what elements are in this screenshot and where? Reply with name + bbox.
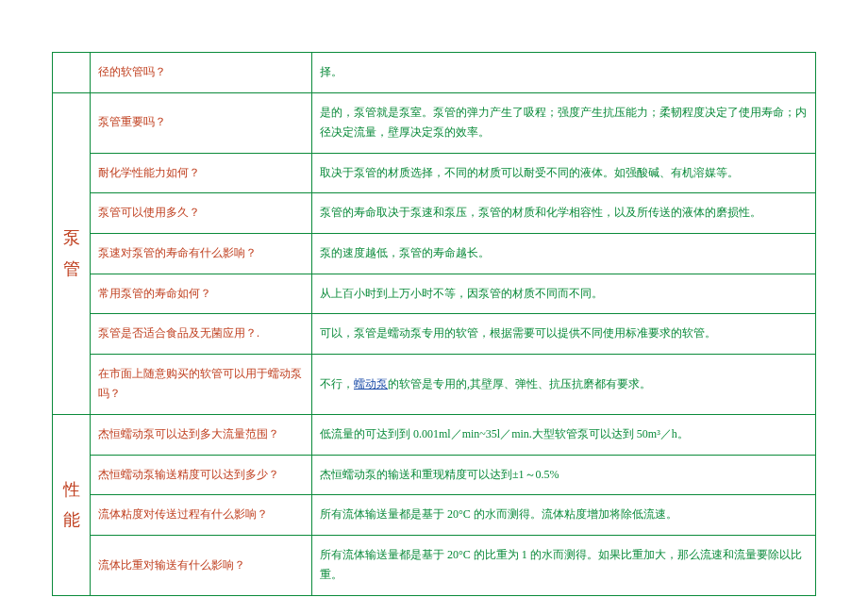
category-cell: 泵管 [53, 92, 91, 414]
question-cell: 在市面上随意购买的软管可以用于蠕动泵吗？ [91, 354, 312, 414]
faq-table: 径的软管吗？择。泵管泵管重要吗？是的，泵管就是泵室。泵管的弹力产生了吸程；强度产… [52, 52, 816, 596]
answer-cell: 取决于泵管的材质选择，不同的材质可以耐受不同的液体。如强酸碱、有机溶媒等。 [312, 153, 816, 193]
question-cell: 耐化学性能力如何？ [91, 153, 312, 193]
answer-link[interactable]: 蠕动泵 [354, 377, 388, 390]
table-row: 杰恒蠕动泵输送精度可以达到多少？杰恒蠕动泵的输送和重现精度可以达到±1～0.5% [53, 455, 816, 495]
answer-cell: 泵的速度越低，泵管的寿命越长。 [312, 233, 816, 274]
answer-cell: 不行，蠕动泵的软管是专用的,其壁厚、弹性、抗压抗磨都有要求。 [312, 354, 816, 414]
table-row: 流体粘度对传送过程有什么影响？所有流体输送量都是基于 20°C 的水而测得。流体… [53, 495, 816, 536]
table-row: 耐化学性能力如何？取决于泵管的材质选择，不同的材质可以耐受不同的液体。如强酸碱、… [53, 153, 816, 193]
answer-cell: 杰恒蠕动泵的输送和重现精度可以达到±1～0.5% [312, 455, 816, 495]
answer-cell: 所有流体输送量都是基于 20°C 的水而测得。流体粘度增加将除低流速。 [312, 495, 816, 536]
question-cell: 流体比重对输送有什么影响？ [91, 535, 312, 595]
answer-cell: 择。 [312, 53, 816, 93]
answer-cell: 所有流体输送量都是基于 20°C 的比重为 1 的水而测得。如果比重加大，那么流… [312, 535, 816, 595]
answer-cell: 泵管的寿命取决于泵速和泵压，泵管的材质和化学相容性，以及所传送的液体的磨损性。 [312, 193, 816, 234]
question-cell: 泵管是否适合食品及无菌应用？. [91, 314, 312, 355]
table-row: 泵管泵管重要吗？是的，泵管就是泵室。泵管的弹力产生了吸程；强度产生抗压能力；柔韧… [53, 92, 816, 153]
question-cell: 泵管可以使用多久？ [91, 193, 312, 234]
table-row: 流体比重对输送有什么影响？所有流体输送量都是基于 20°C 的比重为 1 的水而… [53, 535, 816, 595]
answer-cell: 从上百小时到上万小时不等，因泵管的材质不同而不同。 [312, 274, 816, 314]
question-cell: 泵速对泵管的寿命有什么影响？ [91, 233, 312, 274]
table-row: 常用泵管的寿命如何？从上百小时到上万小时不等，因泵管的材质不同而不同。 [53, 274, 816, 314]
table-row: 性能杰恒蠕动泵可以达到多大流量范围？低流量的可达到到 0.001ml／min~3… [53, 414, 816, 455]
question-cell: 杰恒蠕动泵可以达到多大流量范围？ [91, 414, 312, 455]
answer-text: 的软管是专用的,其壁厚、弹性、抗压抗磨都有要求。 [388, 377, 651, 390]
answer-cell: 是的，泵管就是泵室。泵管的弹力产生了吸程；强度产生抗压能力；柔韧程度决定了使用寿… [312, 92, 816, 153]
question-cell: 径的软管吗？ [91, 53, 312, 93]
answer-cell: 低流量的可达到到 0.001ml／min~35l／min.大型软管泵可以达到 5… [312, 414, 816, 455]
answer-cell: 可以，泵管是蠕动泵专用的软管，根据需要可以提供不同使用标准要求的软管。 [312, 314, 816, 355]
question-cell: 常用泵管的寿命如何？ [91, 274, 312, 314]
question-cell: 流体粘度对传送过程有什么影响？ [91, 495, 312, 536]
question-cell: 泵管重要吗？ [91, 92, 312, 153]
table-row: 径的软管吗？择。 [53, 53, 816, 93]
category-cell [53, 53, 91, 93]
table-row: 在市面上随意购买的软管可以用于蠕动泵吗？不行，蠕动泵的软管是专用的,其壁厚、弹性… [53, 354, 816, 414]
table-row: 泵管是否适合食品及无菌应用？.可以，泵管是蠕动泵专用的软管，根据需要可以提供不同… [53, 314, 816, 355]
question-cell: 杰恒蠕动泵输送精度可以达到多少？ [91, 455, 312, 495]
category-cell: 性能 [53, 414, 91, 595]
table-row: 泵管可以使用多久？泵管的寿命取决于泵速和泵压，泵管的材质和化学相容性，以及所传送… [53, 193, 816, 234]
answer-text: 不行， [320, 377, 354, 390]
table-row: 泵速对泵管的寿命有什么影响？泵的速度越低，泵管的寿命越长。 [53, 233, 816, 274]
